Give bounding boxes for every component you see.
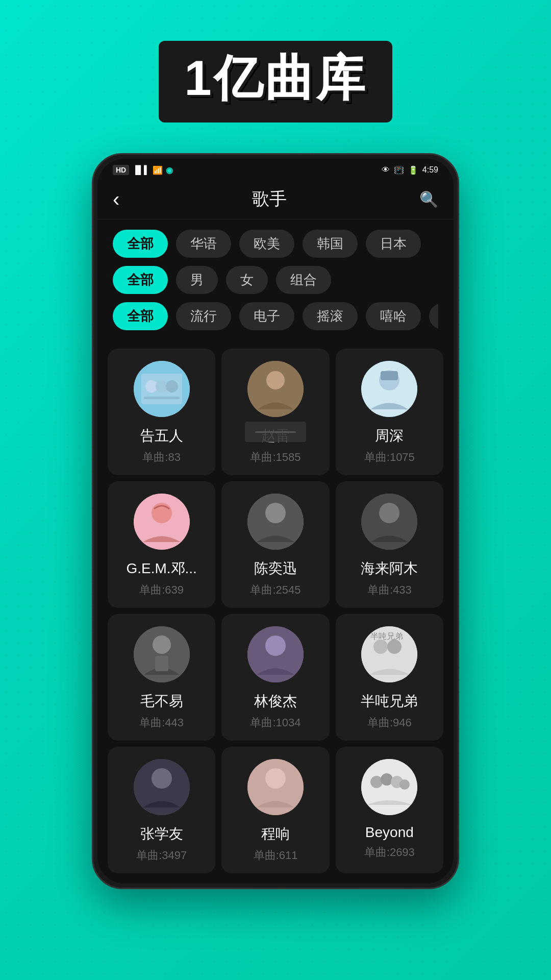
filter-japanese[interactable]: 日本 [366, 230, 421, 258]
svg-point-27 [152, 768, 172, 789]
filter-electronic[interactable]: 电子 [239, 302, 294, 330]
artist-name-chengxiang: 程响 [261, 824, 290, 844]
wifi-icon: 📶 [153, 165, 163, 175]
back-button[interactable]: ‹ [113, 188, 119, 211]
artist-avatar-hailai [361, 494, 417, 550]
artist-name-linjunjie: 林俊杰 [254, 692, 297, 711]
artist-avatar-chengxiang [247, 759, 304, 815]
svg-point-14 [265, 503, 286, 523]
artist-name-hailai: 海来阿木 [361, 559, 418, 578]
svg-point-31 [370, 776, 383, 788]
artist-grid: 告五人 单曲:83 赵雷 单曲:1585 [97, 344, 454, 884]
artist-avatar-zhangjacky [134, 759, 190, 815]
artist-card-maobuyi[interactable]: 毛不易 单曲:443 [108, 614, 215, 741]
loading-indicator [245, 422, 306, 442]
artist-card-zhaolei[interactable]: 赵雷 单曲:1585 [221, 349, 329, 475]
header-section: 1亿曲库 [159, 41, 392, 122]
artist-count-zhangjacky: 单曲:3497 [136, 848, 187, 863]
svg-text:半吨兄弟: 半吨兄弟 [370, 632, 403, 641]
artist-card-gaowuren[interactable]: 告五人 单曲:83 [108, 349, 215, 475]
artist-name-chenyi: 陈奕迅 [254, 559, 297, 578]
svg-point-7 [266, 371, 285, 389]
filter-all-region[interactable]: 全部 [113, 230, 168, 258]
artist-count-gaowuren: 单曲:83 [142, 450, 181, 465]
artist-avatar-linjunjie [247, 626, 304, 682]
battery-icon: 🔋 [408, 165, 418, 175]
filter-all-genre[interactable]: 全部 [113, 302, 168, 330]
svg-point-4 [166, 380, 178, 393]
artist-avatar-gaowuren [134, 361, 190, 417]
artist-avatar-gem [134, 494, 190, 550]
filter-rnb[interactable]: R&B [429, 303, 438, 329]
svg-point-18 [153, 635, 171, 654]
filter-pop[interactable]: 流行 [176, 302, 231, 330]
eye-icon: 👁 [382, 165, 390, 175]
artist-count-zhoushen: 单曲:1075 [364, 450, 415, 465]
artist-avatar-bantun: 半吨兄弟 [361, 626, 417, 682]
artist-avatar-chenyi [247, 494, 304, 550]
hd-badge: HD [113, 165, 129, 175]
filter-female[interactable]: 女 [226, 266, 268, 294]
svg-point-32 [381, 773, 393, 786]
filter-row-genre: 全部 流行 电子 摇滚 嘻哈 R&B 民 [113, 302, 438, 330]
page-title: 歌手 [252, 187, 287, 211]
artist-count-zhaolei: 单曲:1585 [250, 450, 300, 465]
artist-count-maobuyi: 单曲:443 [139, 715, 184, 730]
svg-point-29 [265, 768, 286, 789]
svg-rect-5 [144, 397, 180, 399]
artist-avatar-beyond [361, 759, 417, 815]
artist-count-hailai: 单曲:433 [367, 582, 412, 598]
phone-screen: HD ▐▌▌ 📶 ◉ 👁 📳 🔋 4:59 ‹ 歌手 🔍 全部 华语 [97, 159, 454, 884]
vibrate-icon: 📳 [394, 165, 404, 175]
artist-avatar-zhoushen [361, 361, 417, 417]
svg-point-34 [399, 779, 410, 790]
artist-count-beyond: 单曲:2693 [364, 845, 415, 860]
svg-point-24 [387, 640, 402, 654]
phone-mockup: HD ▐▌▌ 📶 ◉ 👁 📳 🔋 4:59 ‹ 歌手 🔍 全部 华语 [92, 153, 459, 889]
svg-point-16 [379, 503, 399, 523]
svg-rect-10 [381, 371, 398, 380]
filter-western[interactable]: 欧美 [239, 230, 294, 258]
artist-count-gem: 单曲:639 [139, 582, 184, 598]
artist-name-bantun: 半吨兄弟 [361, 692, 418, 711]
filter-group[interactable]: 组合 [276, 266, 331, 294]
artist-name-beyond: Beyond [365, 824, 414, 841]
status-bar: HD ▐▌▌ 📶 ◉ 👁 📳 🔋 4:59 [97, 159, 454, 179]
artist-count-chengxiang: 单曲:611 [254, 848, 298, 863]
artist-card-bantun[interactable]: 半吨兄弟 半吨兄弟 单曲:946 [336, 614, 443, 741]
artist-card-chengxiang[interactable]: 程响 单曲:611 [221, 747, 329, 873]
artist-count-linjunjie: 单曲:1034 [250, 715, 300, 730]
filter-section: 全部 华语 欧美 韩国 日本 全部 男 女 组合 全部 流行 电子 摇滚 嘻哈 … [97, 219, 454, 344]
artist-name-maobuyi: 毛不易 [140, 692, 183, 711]
time-display: 4:59 [422, 165, 438, 175]
artist-card-hailai[interactable]: 海来阿木 单曲:433 [336, 481, 443, 608]
artist-card-chenyi[interactable]: 陈奕迅 单曲:2545 [221, 481, 329, 608]
status-left: HD ▐▌▌ 📶 ◉ [113, 165, 173, 175]
search-button[interactable]: 🔍 [419, 190, 438, 208]
filter-hiphop[interactable]: 嘻哈 [366, 302, 421, 330]
library-title: 1亿曲库 [159, 41, 392, 122]
filter-male[interactable]: 男 [176, 266, 218, 294]
artist-name-zhangjacky: 张学友 [140, 824, 183, 844]
svg-point-21 [265, 635, 286, 656]
filter-rock[interactable]: 摇滚 [303, 302, 358, 330]
filter-korean[interactable]: 韩国 [303, 230, 358, 258]
artist-count-chenyi: 单曲:2545 [250, 582, 300, 598]
signal-icon: ▐▌▌ [132, 165, 149, 175]
status-right: 👁 📳 🔋 4:59 [382, 165, 438, 175]
filter-all-gender[interactable]: 全部 [113, 266, 168, 294]
artist-card-beyond[interactable]: Beyond 单曲:2693 [336, 747, 443, 873]
artist-card-linjunjie[interactable]: 林俊杰 单曲:1034 [221, 614, 329, 741]
artist-card-zhoushen[interactable]: 周深 单曲:1075 [336, 349, 443, 475]
artist-name-zhoushen: 周深 [375, 426, 404, 446]
artist-card-gem[interactable]: G.E.M.邓... 单曲:639 [108, 481, 215, 608]
artist-name-gaowuren: 告五人 [140, 426, 183, 446]
artist-name-gem: G.E.M.邓... [126, 559, 196, 578]
artist-avatar-zhaolei [247, 361, 304, 417]
app-icon: ◉ [166, 165, 173, 175]
svg-rect-19 [155, 656, 168, 671]
artist-card-zhangjacky[interactable]: 张学友 单曲:3497 [108, 747, 215, 873]
filter-chinese[interactable]: 华语 [176, 230, 231, 258]
filter-row-region: 全部 华语 欧美 韩国 日本 [113, 230, 438, 258]
svg-point-23 [373, 640, 388, 654]
